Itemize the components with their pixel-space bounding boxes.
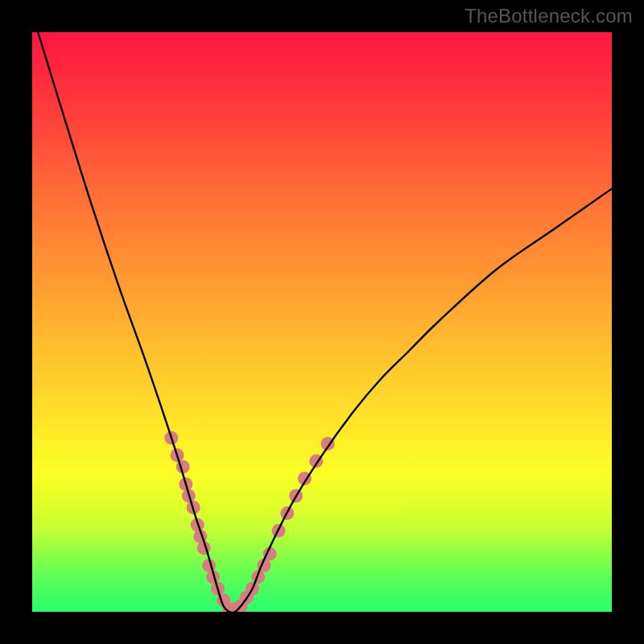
watermark-text: TheBottleneck.com xyxy=(464,5,633,27)
chart-frame: TheBottleneck.com xyxy=(0,0,644,644)
marker-group xyxy=(164,431,334,613)
plot-area xyxy=(32,32,612,612)
bottleneck-curve xyxy=(38,32,612,612)
chart-overlay xyxy=(32,32,612,612)
